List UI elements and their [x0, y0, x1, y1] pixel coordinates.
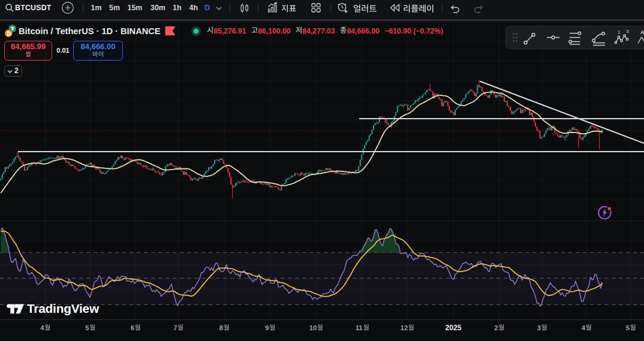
svg-text:9: 9: [265, 324, 269, 331]
svg-text:3: 3: [537, 324, 541, 331]
svg-text:5: 5: [627, 29, 630, 34]
svg-text:4: 4: [582, 324, 586, 331]
svg-text:2025: 2025: [445, 324, 461, 332]
svg-text:2: 2: [494, 324, 498, 331]
svg-text:TradingView: TradingView: [27, 301, 100, 315]
svg-text:6: 6: [131, 324, 134, 331]
svg-text:5: 5: [626, 324, 630, 331]
svg-text:7: 7: [173, 324, 177, 331]
svg-text:A: A: [640, 29, 644, 35]
svg-text:8: 8: [219, 324, 223, 331]
svg-text:10: 10: [309, 324, 317, 331]
svg-text:12: 12: [401, 324, 408, 331]
svg-text:11: 11: [356, 324, 363, 331]
svg-text:1: 1: [618, 29, 621, 35]
svg-text:4: 4: [40, 324, 44, 331]
svg-text:₿: ₿: [7, 31, 11, 37]
svg-text:5: 5: [85, 324, 89, 331]
